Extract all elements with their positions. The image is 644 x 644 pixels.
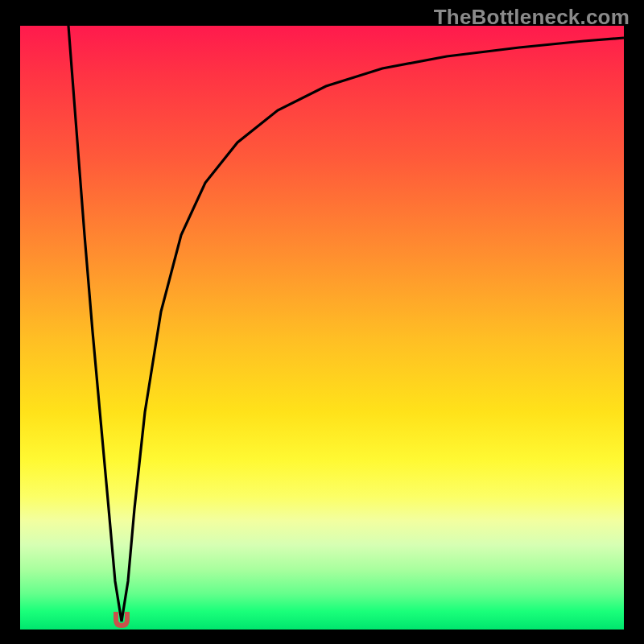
gradient-plot-area [20, 26, 624, 630]
chart-frame [12, 26, 632, 632]
trough-marker [110, 612, 133, 630]
curve-path [68, 26, 624, 621]
trough-u-shape-icon [114, 612, 130, 628]
bottleneck-curve [20, 26, 624, 630]
